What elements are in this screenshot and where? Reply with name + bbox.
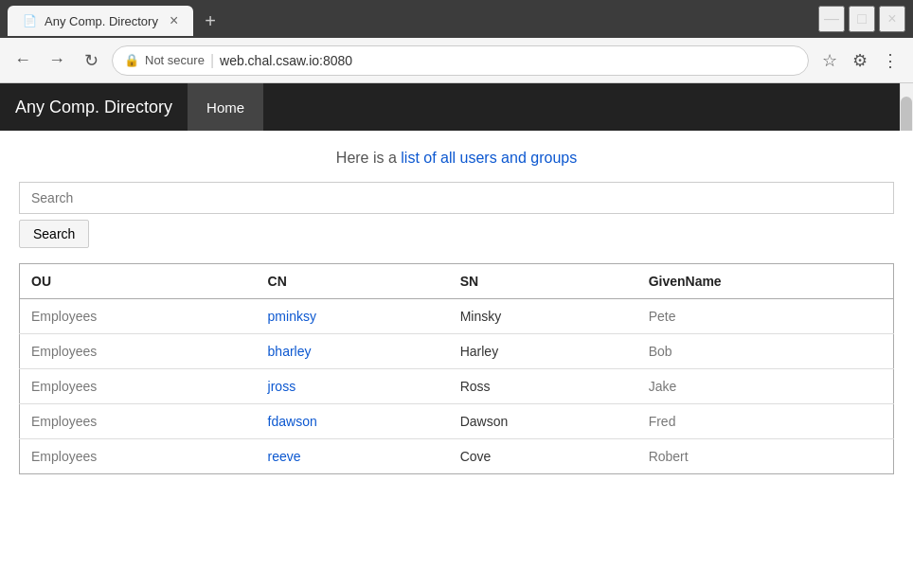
- menu-button[interactable]: ⋮: [877, 47, 904, 74]
- cell-givenname: Fred: [637, 404, 894, 439]
- minimize-button[interactable]: —: [818, 6, 845, 32]
- table-row: Employees pminksy Minsky Pete: [20, 299, 894, 334]
- app-brand: Any Comp. Directory: [15, 98, 172, 117]
- search-section: Search: [19, 182, 894, 248]
- results-table: OU CN SN GivenName Employees pminksy Min…: [19, 263, 894, 474]
- table-header: OU CN SN GivenName: [20, 264, 894, 299]
- active-tab[interactable]: 📄 Any Comp. Directory ×: [8, 6, 193, 36]
- search-button[interactable]: Search: [19, 220, 89, 248]
- close-window-button[interactable]: ×: [879, 6, 905, 32]
- title-bar: 📄 Any Comp. Directory × + — □ ×: [0, 0, 913, 38]
- search-input[interactable]: [19, 182, 894, 214]
- new-tab-button[interactable]: +: [197, 7, 224, 36]
- address-separator: |: [210, 52, 214, 69]
- table-header-row: OU CN SN GivenName: [20, 264, 894, 299]
- main-content: Here is a list of all users and groups S…: [0, 131, 913, 474]
- cell-cn[interactable]: bharley: [257, 334, 449, 369]
- col-cn: CN: [257, 264, 449, 299]
- heading-text: Here is a: [336, 150, 401, 166]
- cell-givenname: Pete: [637, 299, 894, 334]
- cell-givenname: Robert: [637, 439, 894, 474]
- table-row: Employees fdawson Dawson Fred: [20, 404, 894, 439]
- heading-link[interactable]: list of all users and groups: [401, 150, 577, 166]
- col-sn: SN: [449, 264, 637, 299]
- maximize-button[interactable]: □: [849, 6, 875, 32]
- cell-ou: Employees: [20, 404, 257, 439]
- tab-close-button[interactable]: ×: [170, 13, 178, 28]
- cell-givenname: Bob: [637, 334, 894, 369]
- window-controls: — □ ×: [818, 6, 905, 32]
- reload-button[interactable]: ↻: [78, 47, 104, 74]
- cell-cn[interactable]: fdawson: [257, 404, 449, 439]
- address-bar-row: ← → ↻ 🔒 Not secure | web.chal.csaw.io:80…: [0, 38, 913, 83]
- tab-page-icon: 📄: [23, 14, 37, 27]
- extensions-button[interactable]: ⚙: [847, 47, 873, 74]
- cell-sn: Harley: [449, 334, 637, 369]
- forward-button[interactable]: →: [44, 47, 70, 74]
- security-label: Not secure: [145, 53, 205, 67]
- browser-window: 📄 Any Comp. Directory × + — □ × ← → ↻ 🔒 …: [0, 0, 913, 474]
- cell-givenname: Jake: [637, 369, 894, 404]
- address-url: web.chal.csaw.io:8080: [220, 53, 352, 68]
- table-body: Employees pminksy Minsky Pete Employees …: [20, 299, 894, 474]
- cell-ou: Employees: [20, 439, 257, 474]
- cell-cn[interactable]: pminksy: [257, 299, 449, 334]
- col-givenname: GivenName: [637, 264, 894, 299]
- bookmark-button[interactable]: ☆: [816, 47, 843, 74]
- security-icon: 🔒: [124, 53, 139, 67]
- address-box[interactable]: 🔒 Not secure | web.chal.csaw.io:8080: [112, 45, 809, 76]
- cell-sn: Ross: [449, 369, 637, 404]
- page-heading: Here is a list of all users and groups: [19, 150, 894, 167]
- tab-area: 📄 Any Comp. Directory × +: [8, 2, 224, 36]
- table-row: Employees jross Ross Jake: [20, 369, 894, 404]
- cell-ou: Employees: [20, 299, 257, 334]
- table-row: Employees reeve Cove Robert: [20, 439, 894, 474]
- cell-sn: Minsky: [449, 299, 637, 334]
- cell-ou: Employees: [20, 369, 257, 404]
- cell-cn[interactable]: jross: [257, 369, 449, 404]
- cell-sn: Dawson: [449, 404, 637, 439]
- browser-actions: ☆ ⚙ ⋮: [816, 47, 904, 74]
- cell-sn: Cove: [449, 439, 637, 474]
- table-row: Employees bharley Harley Bob: [20, 334, 894, 369]
- home-nav-button[interactable]: Home: [188, 83, 263, 131]
- tab-title: Any Comp. Directory: [45, 14, 158, 28]
- back-button[interactable]: ←: [9, 47, 36, 74]
- app-navbar: Any Comp. Directory Home: [0, 83, 913, 131]
- col-ou: OU: [20, 264, 257, 299]
- cell-ou: Employees: [20, 334, 257, 369]
- cell-cn[interactable]: reeve: [257, 439, 449, 474]
- browser-chrome: 📄 Any Comp. Directory × + — □ × ← → ↻ 🔒 …: [0, 0, 913, 83]
